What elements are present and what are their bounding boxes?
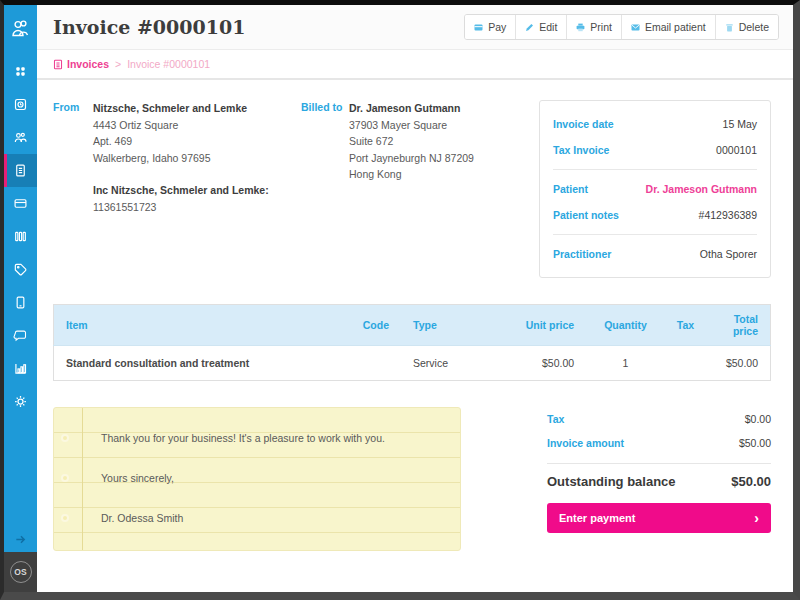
- sidebar-nav: [4, 50, 37, 526]
- sidebar-item-tags[interactable]: [4, 253, 37, 286]
- breadcrumb-separator: >: [115, 58, 121, 70]
- edit-icon: [525, 23, 534, 32]
- table-header-row: Item Code Type Unit price Quantity Tax T…: [54, 305, 771, 346]
- patient-notes-value: #412936389: [699, 209, 757, 221]
- sidebar-item-invoices[interactable]: [4, 154, 37, 187]
- billed-to-address-line: Port Jayneburgh NJ 87209: [349, 150, 474, 167]
- note-bullet-icon: [61, 434, 69, 442]
- divider: [553, 169, 757, 170]
- patient-link[interactable]: Dr. Jameson Gutmann: [646, 183, 757, 195]
- tag-icon: [13, 262, 28, 277]
- billed-to-address-line: 37903 Mayer Square: [349, 117, 474, 134]
- user-avatar[interactable]: OS: [4, 552, 37, 592]
- totals-section: Tax $0.00 Invoice amount $50.00 Outstand…: [547, 407, 771, 533]
- billed-to-address-line: Suite 672: [349, 133, 474, 150]
- billed-to-address-line: Hong Kong: [349, 166, 474, 183]
- app-window: OS Invoice #0000101 Pay Edit: [0, 0, 800, 600]
- people-logo-icon: [10, 17, 32, 39]
- settings-icon: [13, 394, 28, 409]
- column-type: Type: [401, 305, 487, 346]
- patients-icon: [13, 130, 28, 145]
- app-logo[interactable]: [4, 5, 37, 50]
- payments-icon: [13, 196, 28, 211]
- tax-invoice-label: Tax Invoice: [553, 144, 609, 156]
- invoice-info-box: Invoice date 15 May Tax Invoice 0000101 …: [539, 100, 771, 278]
- page-title: Invoice #0000101: [53, 16, 464, 38]
- print-icon: [576, 23, 585, 32]
- breadcrumb: Invoices > Invoice #0000101: [37, 50, 793, 80]
- note-line: Thank you for your business! It's a plea…: [54, 418, 460, 458]
- column-unit-price: Unit price: [487, 305, 587, 346]
- sidebar-item-patients[interactable]: [4, 121, 37, 154]
- sidebar-item-dashboard[interactable]: [4, 55, 37, 88]
- delete-icon: [725, 23, 734, 32]
- inventory-icon: [13, 229, 28, 244]
- note-line: Dr. Odessa Smith: [54, 498, 460, 538]
- sidebar-collapse-button[interactable]: [4, 526, 37, 552]
- outstanding-balance-value: $50.00: [731, 474, 771, 489]
- patient-notes-label: Patient notes: [553, 209, 619, 221]
- enter-payment-button[interactable]: Enter payment ›: [547, 503, 771, 533]
- breadcrumb-current: Invoice #0000101: [127, 58, 210, 70]
- cell-code: [344, 346, 401, 381]
- column-item: Item: [54, 305, 344, 346]
- invoice-date-label: Invoice date: [553, 118, 614, 130]
- table-row: Standard consultation and treatment Serv…: [54, 346, 771, 381]
- cell-unit-price: $50.00: [487, 346, 587, 381]
- sidebar-item-messages[interactable]: [4, 319, 37, 352]
- messages-icon: [13, 328, 28, 343]
- sidebar-item-reports[interactable]: [4, 352, 37, 385]
- note-bullet-icon: [61, 514, 69, 522]
- sidebar-item-inventory[interactable]: [4, 220, 37, 253]
- column-total-price: Total price: [706, 305, 770, 346]
- sidebar-item-payments[interactable]: [4, 187, 37, 220]
- appointments-icon: [13, 97, 28, 112]
- breadcrumb-invoices-link[interactable]: Invoices: [53, 58, 109, 70]
- divider: [553, 234, 757, 235]
- cell-tax: [665, 346, 706, 381]
- cell-item: Standard consultation and treatment: [54, 346, 344, 381]
- page-header: Invoice #0000101 Pay Edit: [37, 5, 793, 50]
- reports-icon: [13, 361, 28, 376]
- email-patient-button[interactable]: Email patient: [622, 15, 716, 39]
- patient-label: Patient: [553, 183, 588, 195]
- from-label: From: [53, 100, 93, 278]
- tax-total-label: Tax: [547, 413, 564, 425]
- pay-button[interactable]: Pay: [465, 15, 516, 39]
- outstanding-balance-label: Outstanding balance: [547, 474, 676, 489]
- print-button[interactable]: Print: [567, 15, 622, 39]
- pay-icon: [474, 23, 483, 32]
- chevron-right-icon: ›: [754, 511, 759, 525]
- invoice-doc-icon: [53, 59, 63, 70]
- cell-quantity: 1: [586, 346, 665, 381]
- sidebar-item-settings[interactable]: [4, 385, 37, 418]
- delete-button[interactable]: Delete: [716, 15, 778, 39]
- from-address-line: Apt. 469: [93, 133, 269, 150]
- arrow-right-icon: [14, 533, 27, 546]
- invoice-amount-label: Invoice amount: [547, 437, 624, 449]
- user-initials: OS: [10, 561, 32, 583]
- edit-button[interactable]: Edit: [516, 15, 567, 39]
- sidebar-item-appointments[interactable]: [4, 88, 37, 121]
- practitioner-label: Practitioner: [553, 248, 611, 260]
- dashboard-icon: [13, 64, 28, 79]
- invoice-notes-pad: Thank you for your business! It's a plea…: [53, 407, 461, 551]
- email-icon: [631, 23, 640, 32]
- invoice-amount-value: $50.00: [739, 437, 771, 449]
- invoice-content: From Nitzsche, Schmeler and Lemke 4443 O…: [37, 80, 793, 592]
- sidebar-item-phone[interactable]: [4, 286, 37, 319]
- note-bullet-icon: [61, 474, 69, 482]
- tax-total-value: $0.00: [745, 413, 771, 425]
- from-company-number: 11361551723: [93, 199, 269, 216]
- cell-type: Service: [401, 346, 487, 381]
- column-code: Code: [344, 305, 401, 346]
- billed-to-section: Billed to Dr. Jameson Gutmann 37903 Maye…: [301, 100, 539, 278]
- from-address-line: 4443 Ortiz Square: [93, 117, 269, 134]
- from-company-line: Inc Nitzsche, Schmeler and Lemke:: [93, 182, 269, 199]
- phone-icon: [13, 295, 28, 310]
- main-panel: Invoice #0000101 Pay Edit: [37, 5, 793, 592]
- practitioner-value: Otha Sporer: [700, 248, 757, 260]
- invoices-icon: [13, 163, 28, 178]
- tax-invoice-value: 0000101: [716, 144, 757, 156]
- column-quantity: Quantity: [586, 305, 665, 346]
